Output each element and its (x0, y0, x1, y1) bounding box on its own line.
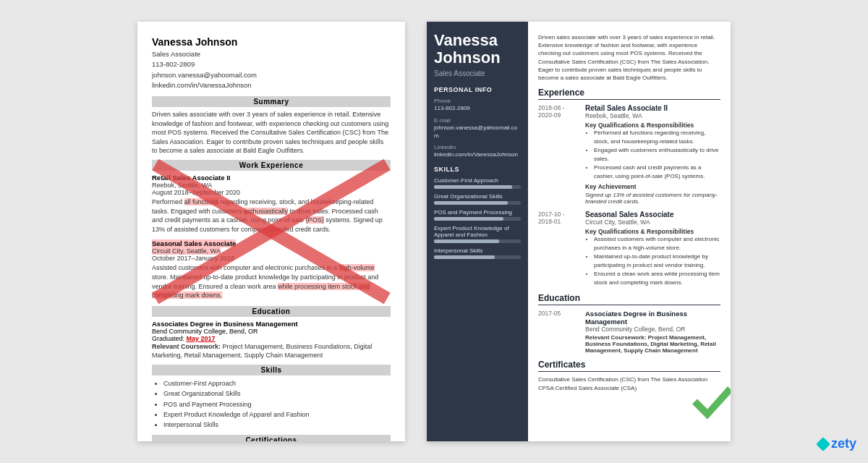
left-skill-4: Interpersonal Skills (163, 420, 391, 430)
skill-fill-3 (434, 239, 499, 243)
left-contact: Sales Associate 113-802-2809 johnson.van… (152, 49, 391, 90)
left-work-company-1: Circuit City, Seattle, WA (152, 247, 391, 255)
resume-left: Vanessa Johnson Sales Associate 113-802-… (137, 22, 405, 441)
skill-bg-0 (434, 185, 521, 189)
left-edu-grad-0: Graduated: May 2017 (152, 335, 391, 342)
left-email: johnson.vanessa@yahoomail.com (152, 71, 257, 79)
right-experience-header: Experience (538, 88, 720, 100)
right-sidebar: Vanessa Johnson Sales Associate Personal… (427, 22, 528, 441)
skill-bar-0: Customer-First Approach (434, 177, 521, 189)
right-summary: Driven sales associate with over 3 years… (538, 33, 720, 82)
skill-fill-4 (434, 255, 495, 259)
right-edu-coursework-0: Relevant Coursework: Project Management,… (585, 334, 720, 354)
right-exp-content-0: Retail Sales Associate II Reebok, Seattl… (585, 104, 720, 205)
right-exp-achievement-header-0: Key Achievement (585, 183, 720, 190)
left-work-dates-1: October 2017–January 2018 (152, 255, 391, 262)
right-exp-resp-1-0: Assisted customers with computer and ele… (594, 235, 720, 252)
right-edu-title-0: Associates Degree in Business Management (585, 310, 720, 326)
skill-bg-1 (434, 201, 521, 205)
right-sidebar-title: Sales Associate (434, 69, 521, 77)
left-skill-0: Customer-First Approach (163, 378, 391, 388)
right-phone-label: Phone (434, 98, 521, 104)
left-edu-school-0: Bend Community College, Bend, OR (152, 328, 391, 335)
skill-bg-2 (434, 217, 521, 221)
right-exp-entry-0: 2018-08 -2020-09 Retail Sales Associate … (538, 104, 720, 205)
skill-fill-0 (434, 185, 512, 189)
right-main: Driven sales associate with over 3 years… (528, 22, 731, 441)
right-linkedin-label: LinkedIn (434, 144, 521, 150)
left-edu-title-0: Associates Degree in Business Management (152, 320, 391, 328)
zety-icon (816, 437, 830, 451)
left-linkedin: linkedin.com/in/VanessaJohnson (152, 81, 252, 89)
left-work-header: Work Experience (152, 160, 391, 171)
zety-label: zety (831, 436, 856, 451)
left-education-header: Education (152, 306, 391, 317)
skill-bg-3 (434, 239, 521, 243)
skill-name-0: Customer-First Approach (434, 177, 521, 184)
right-exp-resp-0-0: Performed all functions regarding receiv… (594, 129, 720, 146)
left-work-company-0: Reebok, Seattle, WA (152, 182, 391, 189)
right-cert-0: Consultative Sales Certification (CSC) f… (538, 376, 720, 383)
right-exp-achievement-0: Signed up 13% of assisted customers for … (585, 192, 720, 205)
left-work-title-1: Seasonal Sales Associate (152, 239, 391, 247)
resume-right: Vanessa Johnson Sales Associate Personal… (427, 22, 731, 441)
left-name: Vanessa Johnson (152, 36, 391, 48)
right-education-header: Education (538, 293, 720, 305)
left-title: Sales Associate (152, 50, 200, 58)
skill-name-4: Interpersonal Skills (434, 247, 521, 254)
left-summary-text: Driven sales associate with over 3 years… (152, 110, 391, 156)
left-work-desc-1: Assisted customers with computer and ele… (152, 263, 391, 300)
right-personal-info-label: Personal Info (434, 86, 521, 93)
right-edu-school-0: Bend Community College, Bend, OR (585, 326, 720, 333)
right-exp-resp-0-2: Processed cash and credit payments as a … (594, 163, 720, 181)
right-exp-content-1: Seasonal Sales Associate Circuit City, S… (585, 211, 720, 287)
right-exp-resp-header-0: Key Qualifications & Responsibilities (585, 122, 720, 129)
right-edu-content-0: Associates Degree in Business Management… (585, 310, 720, 354)
left-summary-header: Summary (152, 96, 391, 107)
zety-brand: zety (818, 436, 856, 451)
right-exp-list-1: Assisted customers with computer and ele… (585, 235, 720, 287)
skill-fill-1 (434, 201, 508, 205)
right-exp-jobtitle-1: Seasonal Sales Associate (585, 211, 720, 218)
right-exp-dates-0: 2018-08 -2020-09 (538, 104, 580, 119)
left-edu-coursework-0: Relevant Coursework: Project Management,… (152, 342, 391, 360)
skill-bar-2: POS and Payment Processing (434, 209, 521, 221)
right-exp-company-0: Reebok, Seattle, WA (585, 112, 720, 119)
left-work-entry-1: Seasonal Sales Associate Circuit City, S… (152, 239, 391, 300)
right-edu-dates-0: 2017-05 (538, 310, 580, 317)
skill-bg-4 (434, 255, 521, 259)
left-edu-entry-0: Associates Degree in Business Management… (152, 320, 391, 360)
skill-name-3: Expert Product Knowledge of Apparel and … (434, 225, 521, 238)
right-exp-resp-0-1: Engaged with customers enthusiastically … (594, 146, 720, 163)
left-skills-list: Customer-First Approach Great Organizati… (152, 378, 391, 430)
left-skill-3: Expert Product Knowledge of Apparel and … (163, 409, 391, 420)
right-exp-dates-1: 2017-10 -2018-01 (538, 211, 580, 225)
left-phone: 113-802-2809 (152, 60, 195, 68)
right-exp-resp-1-2: Ensured a clean work area while processi… (594, 270, 720, 287)
right-exp-jobtitle-0: Retail Sales Associate II (585, 104, 720, 112)
skill-fill-2 (434, 217, 503, 221)
skill-bar-1: Great Organizational Skills (434, 193, 521, 205)
skill-name-2: POS and Payment Processing (434, 209, 521, 216)
right-email-label: E-mail (434, 117, 521, 124)
right-exp-entry-1: 2017-10 -2018-01 Seasonal Sales Associat… (538, 211, 720, 287)
right-exp-list-0: Performed all functions regarding receiv… (585, 129, 720, 181)
skill-bar-3: Expert Product Knowledge of Apparel and … (434, 225, 521, 243)
right-cert-1: CPSA Certified Sales Associate (CSA) (538, 385, 720, 391)
left-work-entry-0: Retail Sales Associate II Reebok, Seattl… (152, 174, 391, 234)
skill-bar-4: Interpersonal Skills (434, 247, 521, 259)
left-skills-header: Skills (152, 365, 391, 375)
left-skill-1: Great Organizational Skills (163, 388, 391, 399)
right-phone-value: 113-802-2809 (434, 104, 521, 112)
right-first-name: Vanessa Johnson (434, 32, 521, 67)
right-edu-entry-0: 2017-05 Associates Degree in Business Ma… (538, 310, 720, 354)
left-skill-2: POS and Payment Processing (163, 399, 391, 409)
right-certs-header: Certificates (538, 360, 720, 372)
skill-name-1: Great Organizational Skills (434, 193, 521, 200)
right-exp-resp-header-1: Key Qualifications & Responsibilities (585, 228, 720, 235)
left-work-desc-0: Performed all functions regarding receiv… (152, 197, 391, 234)
left-certs-header: Certifications (152, 435, 391, 441)
right-email-value: johnson.vanessa@yahoomail.com (434, 124, 521, 140)
left-work-dates-0: August 2018–September 2020 (152, 189, 391, 196)
right-linkedin-value: linkedin.com/in/VanessaJohnson (434, 150, 521, 158)
